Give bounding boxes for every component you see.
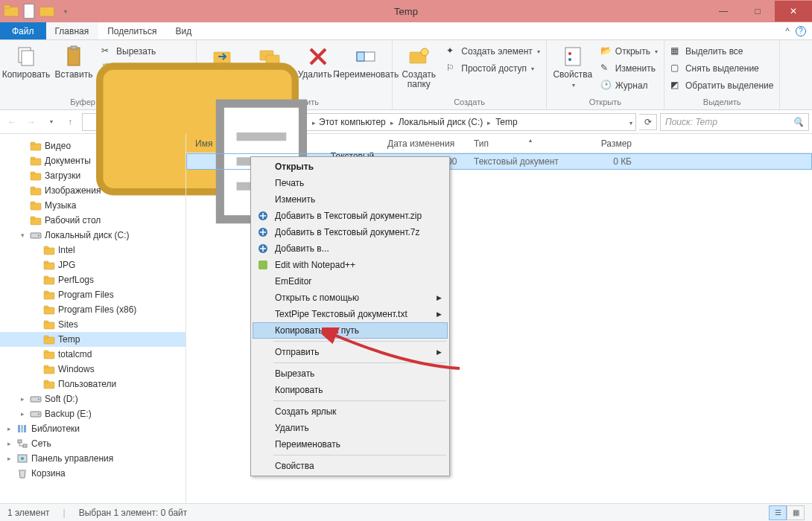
properties-button[interactable]: Свойства <box>550 42 596 89</box>
tree-item[interactable]: Загрузки <box>0 168 185 183</box>
svg-rect-37 <box>44 278 54 284</box>
qat-properties-icon[interactable] <box>21 3 37 19</box>
select-all-button[interactable]: ▦Выделить все <box>667 43 777 60</box>
tree-twisty-icon[interactable]: ▸ <box>18 395 27 403</box>
context-menu-item[interactable]: Добавить в... <box>253 240 448 257</box>
tree-item[interactable]: ▸Сеть <box>0 436 185 451</box>
tree-item-label: Корзина <box>31 468 66 479</box>
context-menu-item[interactable]: TextPipe Текстовый документ.txt▶ <box>253 306 448 322</box>
tree-item[interactable]: Program Files <box>0 287 185 302</box>
open-button[interactable]: 📂Открыть <box>597 43 661 60</box>
context-menu-item[interactable]: Открыть с помощью▶ <box>253 290 448 306</box>
rename-button[interactable]: Переименовать <box>343 42 389 80</box>
view-icons-button[interactable]: ▦ <box>787 505 805 520</box>
app-icon[interactable] <box>3 3 19 19</box>
tree-item[interactable]: Intel <box>0 243 185 258</box>
refresh-button[interactable]: ⟳ <box>639 114 657 130</box>
context-menu-item[interactable]: Добавить в Текстовый документ.zip <box>253 208 448 224</box>
context-menu-label: Открыть <box>275 162 314 172</box>
nav-history-dropdown[interactable] <box>42 113 60 131</box>
tree-item[interactable]: PerfLogs <box>0 272 185 287</box>
context-menu-item[interactable]: Переименовать <box>253 436 448 453</box>
tree-item[interactable]: Sites <box>0 317 185 332</box>
tree-item[interactable]: Изображения <box>0 183 185 198</box>
tree-item[interactable]: Музыка <box>0 198 185 213</box>
tree-item[interactable]: Рабочий стол <box>0 213 185 228</box>
context-menu-item[interactable]: Печать <box>253 175 448 191</box>
context-menu-separator <box>273 400 446 401</box>
tree-twisty-icon[interactable]: ▸ <box>4 455 13 462</box>
search-input[interactable]: Поиск: Temp 🔍 <box>660 113 809 131</box>
tree-twisty-icon[interactable]: ▾ <box>18 231 27 239</box>
col-type[interactable]: ▴Тип <box>474 138 587 149</box>
tree-item-label: PerfLogs <box>58 275 94 285</box>
tree-item[interactable]: ▸Библиотеки <box>0 421 185 436</box>
new-item-button[interactable]: ✦Создать элемент <box>443 43 543 60</box>
nav-up-button[interactable]: ↑ <box>61 113 79 131</box>
context-menu-item[interactable]: Открыть <box>253 159 448 175</box>
new-folder-button[interactable]: Создать папку <box>396 42 442 89</box>
col-size[interactable]: Размер <box>587 138 647 149</box>
context-menu-item[interactable]: Вырезать <box>253 365 448 382</box>
breadcrumb-dropdown[interactable] <box>628 117 632 127</box>
easy-access-button[interactable]: ⚐Простой доступ <box>443 60 543 77</box>
tree-item[interactable]: ▸Soft (D:) <box>0 391 185 406</box>
qat-newfolder-icon[interactable] <box>39 3 55 19</box>
tree-item[interactable]: JPG <box>0 258 185 272</box>
tree-item[interactable]: Program Files (x86) <box>0 302 185 317</box>
help-icon[interactable]: ? <box>796 26 806 36</box>
context-menu-item[interactable]: Отправить▶ <box>253 344 448 360</box>
ribbon-collapse-icon[interactable]: ^ <box>785 26 790 36</box>
context-menu-item[interactable]: Создать ярлык <box>253 403 448 420</box>
tree-item[interactable]: ▸Backup (E:) <box>0 406 185 421</box>
context-menu-label: EmEditor <box>275 276 311 287</box>
nav-forward-button[interactable]: → <box>22 113 40 131</box>
qat-dropdown[interactable] <box>57 3 73 19</box>
edit-button[interactable]: ✎Изменить <box>597 60 661 77</box>
col-date[interactable]: Дата изменения <box>387 138 474 149</box>
tree-item-label: Soft (D:) <box>45 394 78 404</box>
close-button[interactable]: ✕ <box>775 1 812 22</box>
nav-tree[interactable]: ВидеоДокументыЗагрузкиИзображенияМузыкаР… <box>0 134 186 503</box>
breadcrumb-seg-2[interactable]: Temp <box>494 117 518 127</box>
tree-item[interactable]: Пользователи <box>0 377 185 391</box>
tab-file[interactable]: Файл <box>0 22 46 39</box>
maximize-button[interactable]: □ <box>740 1 775 22</box>
tree-item[interactable]: Корзина <box>0 466 185 481</box>
nav-back-button[interactable]: ← <box>3 113 21 131</box>
svg-rect-1 <box>4 5 10 8</box>
tree-twisty-icon[interactable]: ▸ <box>18 410 27 418</box>
context-menu-item[interactable]: EmEditor <box>253 273 448 290</box>
context-menu-item[interactable]: Свойства <box>253 458 448 474</box>
view-details-button[interactable]: ☰ <box>769 505 787 520</box>
minimize-button[interactable]: — <box>706 1 740 22</box>
context-menu-item[interactable]: Добавить в Текстовый документ.7z <box>253 224 448 240</box>
context-menu-item[interactable]: Копировать <box>253 382 448 398</box>
invert-selection-button[interactable]: ◩Обратить выделение <box>667 77 777 94</box>
svg-point-32 <box>38 235 39 237</box>
select-none-button[interactable]: ▢Снять выделение <box>667 60 777 77</box>
tree-item[interactable]: Windows <box>0 362 185 377</box>
svg-rect-38 <box>44 276 48 278</box>
copy-button[interactable]: Копировать <box>3 42 49 80</box>
tree-item[interactable]: totalcmd <box>0 347 185 362</box>
tree-item[interactable]: ▸Панель управления <box>0 451 185 466</box>
select-none-icon: ▢ <box>670 63 682 74</box>
tree-item[interactable]: Документы <box>0 153 185 168</box>
tree-item[interactable]: Temp <box>0 332 185 347</box>
tree-item[interactable]: ▾Локальный диск (C:) <box>0 228 185 243</box>
svg-rect-40 <box>44 291 48 293</box>
context-menu-item[interactable]: Edit with Notepad++ <box>253 257 448 273</box>
svg-rect-52 <box>44 380 48 383</box>
breadcrumb-seg-1[interactable]: Локальный диск (C:) <box>397 117 493 127</box>
tree-item-label: Program Files (x86) <box>58 304 136 315</box>
tree-twisty-icon[interactable]: ▸ <box>4 425 13 432</box>
context-menu-item[interactable]: Изменить <box>253 191 448 208</box>
history-button[interactable]: 🕑Журнал <box>597 77 661 94</box>
tree-item-label: JPG <box>58 260 75 270</box>
context-menu-item[interactable]: Удалить <box>253 420 448 436</box>
tree-item[interactable]: Видео <box>0 138 185 153</box>
tree-twisty-icon[interactable]: ▸ <box>4 440 13 447</box>
folder-icon <box>30 214 42 226</box>
context-menu-item[interactable]: Копировать как путь <box>253 322 448 339</box>
